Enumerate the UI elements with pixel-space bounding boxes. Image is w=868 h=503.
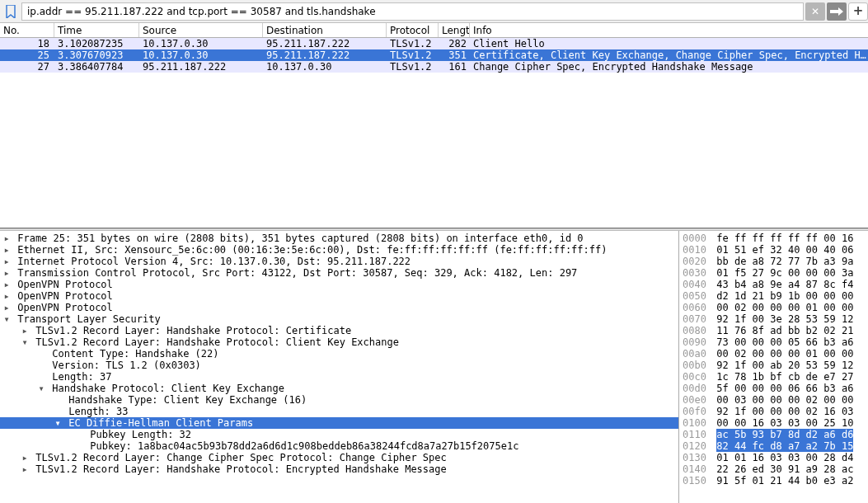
tree-row[interactable]: ▸ TLSv1.2 Record Layer: Handshake Protoc… — [0, 463, 678, 475]
expand-icon[interactable]: ▸ — [2, 290, 12, 302]
col-header-info[interactable]: Info — [470, 23, 868, 37]
hex-offset: 0080 — [683, 325, 711, 336]
expand-icon[interactable]: ▸ — [2, 233, 12, 244]
tree-label: TLSv1.2 Record Layer: Change Cipher Spec… — [30, 452, 447, 463]
hex-row[interactable]: 0100 00 00 16 03 03 00 25 10 — [683, 417, 868, 429]
tree-row[interactable]: ▸ TLSv1.2 Record Layer: Change Cipher Sp… — [0, 452, 678, 463]
tree-row[interactable]: ▸ OpenVPN Protocol — [0, 279, 678, 290]
tree-row[interactable]: ▸ TLSv1.2 Record Layer: Handshake Protoc… — [0, 325, 678, 336]
hex-row[interactable]: 0020 bb de a8 72 77 7b a3 9a — [683, 256, 868, 267]
hex-row[interactable]: 0130 01 01 16 03 03 00 28 d4 — [683, 452, 868, 463]
hex-row[interactable]: 0150 91 5f 01 21 44 b0 e3 a2 — [683, 475, 868, 487]
clear-filter-button[interactable]: ✕ — [805, 2, 825, 21]
tree-row[interactable]: ▸ OpenVPN Protocol — [0, 290, 678, 302]
hex-row[interactable]: 00c0 1c 78 1b bf cb de e7 27 — [683, 371, 868, 383]
cell-time: 3.307670923 — [54, 49, 139, 61]
expand-icon[interactable]: ▸ — [20, 463, 30, 475]
packet-bytes-pane[interactable]: 0000 fe ff ff ff ff ff 00 160010 01 51 e… — [679, 231, 868, 503]
apply-filter-button[interactable] — [827, 2, 847, 21]
expand-icon[interactable]: ▸ — [2, 279, 12, 290]
collapse-icon[interactable]: ▾ — [20, 336, 30, 348]
tree-row[interactable]: ▸ OpenVPN Protocol — [0, 302, 678, 313]
hex-row[interactable]: 00d0 5f 00 00 00 06 66 b3 a6 — [683, 383, 868, 394]
packet-row[interactable]: 253.30767092310.137.0.3095.211.187.222TL… — [0, 49, 868, 61]
tree-row[interactable]: Version: TLS 1.2 (0x0303) — [0, 360, 678, 371]
hex-offset: 0000 — [683, 233, 711, 244]
expand-icon[interactable]: ▸ — [2, 244, 12, 256]
expand-icon[interactable]: ▸ — [2, 302, 12, 313]
cell-source: 10.137.0.30 — [139, 49, 263, 61]
hex-row[interactable]: 0090 73 00 00 00 05 66 b3 a6 — [683, 336, 868, 348]
add-filter-button[interactable]: + — [848, 2, 868, 21]
tree-row[interactable]: Content Type: Handshake (22) — [0, 348, 678, 360]
hex-row[interactable]: 0010 01 51 ef 32 40 00 40 06 — [683, 244, 868, 256]
hex-row[interactable]: 0120 82 44 fc d8 a7 a2 7b 15 — [683, 440, 868, 452]
tree-row[interactable]: ▸ Transmission Control Protocol, Src Por… — [0, 267, 678, 279]
hex-row[interactable]: 0060 00 02 00 00 00 01 00 00 — [683, 302, 868, 313]
packet-list-pane[interactable]: No. Time Source Destination Protocol Len… — [0, 23, 868, 228]
hex-offset: 0030 — [683, 267, 711, 279]
expand-icon[interactable]: ▸ — [2, 256, 12, 267]
cell-time: 3.102087235 — [54, 38, 139, 49]
tree-row[interactable]: ▸ Frame 25: 351 bytes on wire (2808 bits… — [0, 233, 678, 244]
hex-offset: 0150 — [683, 475, 711, 487]
hex-row[interactable]: 0110 ac 5b 93 b7 8d d2 a6 d6 — [683, 429, 868, 440]
hex-bytes: 00 02 00 00 00 01 00 00 — [716, 302, 853, 313]
hex-row[interactable]: 0070 92 1f 00 3e 28 53 59 12 — [683, 313, 868, 325]
packet-row[interactable]: 273.38640778495.211.187.22210.137.0.30TL… — [0, 61, 868, 73]
expand-icon[interactable]: ▸ — [2, 267, 12, 279]
tree-label: Handshake Type: Client Key Exchange (16) — [63, 394, 307, 406]
tree-row[interactable]: Pubkey: 1a8bac04ac5b93b78dd2a6d6d1c908be… — [0, 440, 678, 452]
collapse-icon[interactable]: ▾ — [36, 383, 46, 394]
expand-icon[interactable]: ▸ — [20, 325, 30, 336]
hex-row[interactable]: 0140 22 26 ed 30 91 a9 28 ac — [683, 463, 868, 475]
hex-row[interactable]: 00e0 00 03 00 00 00 02 00 00 — [683, 394, 868, 406]
hex-row[interactable]: 0030 01 f5 27 9c 00 00 00 3a — [683, 267, 868, 279]
col-header-no[interactable]: No. — [0, 23, 54, 37]
collapse-icon[interactable]: ▾ — [2, 313, 12, 325]
tree-label: OpenVPN Protocol — [12, 302, 113, 313]
display-filter-input[interactable] — [21, 2, 804, 21]
tree-label: Pubkey: 1a8bac04ac5b93b78dd2a6d6d1c908be… — [84, 440, 518, 452]
tree-row[interactable]: ▸ Internet Protocol Version 4, Src: 10.1… — [0, 256, 678, 267]
hex-offset: 00d0 — [683, 383, 711, 394]
tree-label: Length: 37 — [46, 371, 111, 383]
tree-label: Frame 25: 351 bytes on wire (2808 bits),… — [12, 233, 584, 244]
collapse-icon[interactable]: ▾ — [53, 417, 63, 429]
hex-row[interactable]: 00a0 00 02 00 00 00 01 00 00 — [683, 348, 868, 360]
plus-icon: + — [853, 5, 864, 17]
hex-row[interactable]: 0000 fe ff ff ff ff ff 00 16 — [683, 233, 868, 244]
hex-row[interactable]: 00b0 92 1f 00 ab 20 53 59 12 — [683, 360, 868, 371]
hex-bytes: bb de a8 72 77 7b a3 9a — [716, 256, 853, 267]
packet-details-pane[interactable]: ▸ Frame 25: 351 bytes on wire (2808 bits… — [0, 231, 679, 503]
hex-bytes: 00 02 00 00 00 01 00 00 — [716, 348, 853, 360]
hex-bytes: ac 5b 93 b7 8d d2 a6 d6 — [716, 429, 853, 440]
hex-offset: 0140 — [683, 463, 711, 475]
hex-row[interactable]: 0080 11 76 8f ad bb b2 02 21 — [683, 325, 868, 336]
bookmark-icon[interactable] — [2, 2, 20, 21]
tree-row[interactable]: Pubkey Length: 32 — [0, 429, 678, 440]
hex-row[interactable]: 0050 d2 1d 21 b9 1b 00 00 00 — [683, 290, 868, 302]
tree-row[interactable]: Handshake Type: Client Key Exchange (16) — [0, 394, 678, 406]
packet-row[interactable]: 183.10208723510.137.0.3095.211.187.222TL… — [0, 38, 868, 49]
tree-row[interactable]: ▾ EC Diffie-Hellman Client Params — [0, 417, 678, 429]
tree-row[interactable]: ▾ Transport Layer Security — [0, 313, 678, 325]
cell-protocol: TLSv1.2 — [387, 61, 439, 73]
col-header-protocol[interactable]: Protocol — [387, 23, 439, 37]
tree-row[interactable]: ▸ Ethernet II, Src: Xensourc_5e:6c:00 (0… — [0, 244, 678, 256]
packet-list-header[interactable]: No. Time Source Destination Protocol Len… — [0, 23, 868, 38]
tree-row[interactable]: Length: 33 — [0, 406, 678, 417]
hex-row[interactable]: 00f0 92 1f 00 00 00 02 16 03 — [683, 406, 868, 417]
col-header-destination[interactable]: Destination — [263, 23, 387, 37]
cell-time: 3.386407784 — [54, 61, 139, 73]
hex-bytes: d2 1d 21 b9 1b 00 00 00 — [716, 290, 853, 302]
col-header-time[interactable]: Time — [54, 23, 139, 37]
col-header-length[interactable]: Length — [439, 23, 470, 37]
tree-row[interactable]: ▾ Handshake Protocol: Client Key Exchang… — [0, 383, 678, 394]
hex-row[interactable]: 0040 43 b4 a8 9e a4 87 8c f4 — [683, 279, 868, 290]
col-header-source[interactable]: Source — [139, 23, 263, 37]
tree-row[interactable]: ▾ TLSv1.2 Record Layer: Handshake Protoc… — [0, 336, 678, 348]
expand-icon[interactable]: ▸ — [20, 452, 30, 463]
tree-row[interactable]: Length: 37 — [0, 371, 678, 383]
tree-label: Transmission Control Protocol, Src Port:… — [12, 267, 577, 279]
